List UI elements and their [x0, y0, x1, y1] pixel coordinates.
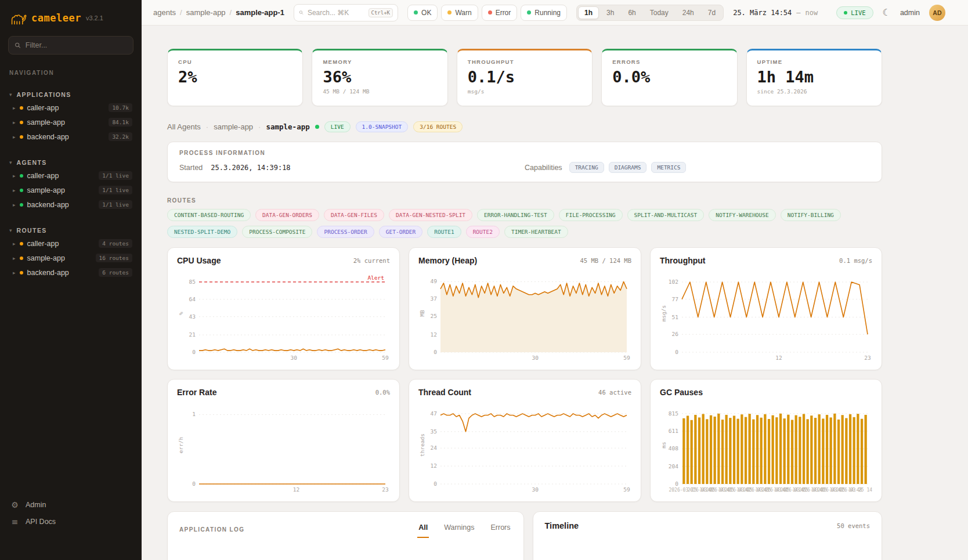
- svg-text:23: 23: [864, 355, 871, 361]
- agent-crumb-sample-app[interactable]: sample-app: [214, 122, 253, 131]
- search-input[interactable]: [308, 9, 364, 17]
- breadcrumb-sample-app[interactable]: sample-app: [186, 8, 226, 17]
- breadcrumb: agents / sample-app / sample-app-1: [153, 8, 284, 17]
- item-badge: 1/1 live: [99, 200, 132, 209]
- process-info-row: Started 25.3.2026, 14:39:18 Capabilities…: [179, 162, 870, 173]
- avatar[interactable]: AD: [929, 5, 945, 21]
- range-button-6h[interactable]: 6h: [622, 6, 642, 19]
- ok-dot: [414, 10, 418, 15]
- item-badge: 10.7k: [109, 103, 132, 112]
- filter-ok-button[interactable]: OK: [407, 5, 438, 21]
- footer-label: Admin: [26, 501, 46, 509]
- search-box[interactable]: Ctrl+K: [294, 4, 398, 21]
- error-dot: [488, 10, 492, 15]
- route-chip[interactable]: NOTIFY-WAREHOUSE: [709, 209, 776, 221]
- caret-right-icon: ▸: [13, 241, 16, 247]
- chart-card-cpu-usage: CPU Usage 2% current 021436485%3059Alert: [167, 247, 400, 370]
- filter-input[interactable]: [26, 41, 127, 49]
- route-chip[interactable]: CONTENT-BASED-ROUTING: [167, 209, 251, 221]
- datetime-value[interactable]: 25. März 14:54: [733, 9, 792, 17]
- chart-title: Error Rate: [177, 388, 216, 397]
- svg-text:12: 12: [431, 463, 437, 469]
- process-started: Started 25.3.2026, 14:39:18: [179, 164, 525, 172]
- caret-right-icon: ▸: [13, 134, 16, 140]
- caret-right-icon: ▸: [13, 270, 16, 276]
- sidebar-item-application-sample-app[interactable]: ▸ sample-app 84.1k: [0, 115, 142, 129]
- route-chip[interactable]: ROUTE2: [466, 226, 500, 238]
- svg-text:64: 64: [189, 296, 196, 302]
- sidebar-item-agent-caller-app[interactable]: ▸ caller-app 1/1 live: [0, 168, 142, 183]
- svg-text:0: 0: [675, 480, 678, 487]
- stat-value: 1h 14m: [757, 68, 871, 86]
- svg-text:30: 30: [290, 355, 297, 361]
- stat-value: 36%: [323, 68, 436, 86]
- route-chip[interactable]: DATA-GEN-FILES: [324, 209, 384, 221]
- sidebar-item-routes-sample-app[interactable]: ▸ sample-app 16 routes: [0, 251, 142, 265]
- throughput-chart: 0265177102msg/s1223: [660, 270, 872, 362]
- section-header-agents[interactable]: ▾ AGENTS: [0, 157, 142, 168]
- route-chip[interactable]: PROCESS-COMPOSITE: [242, 226, 312, 238]
- route-chip[interactable]: ERROR-HANDLING-TEST: [477, 209, 554, 221]
- filter-running-button[interactable]: Running: [521, 5, 567, 21]
- filter-label: OK: [421, 9, 431, 17]
- route-chip[interactable]: FILE-PROCESSING: [559, 209, 623, 221]
- app-root: cameleer v3.2.1 NAVIGATION ▾ APPLICATION…: [0, 0, 968, 560]
- filter-error-button[interactable]: Error: [482, 5, 518, 21]
- filter-label: Running: [534, 9, 561, 17]
- range-button-3h[interactable]: 3h: [600, 6, 620, 19]
- range-button-24h[interactable]: 24h: [676, 6, 700, 19]
- status-dot: [20, 189, 23, 192]
- tab-all[interactable]: All: [417, 521, 429, 538]
- route-chip[interactable]: SPLIT-AND-MULTICAST: [627, 209, 705, 221]
- filter-warn-button[interactable]: Warn: [441, 5, 478, 21]
- sidebar-item-application-backend-app[interactable]: ▸ backend-app 32.2k: [0, 129, 142, 144]
- tab-errors[interactable]: Errors: [489, 521, 511, 538]
- svg-text:24: 24: [431, 445, 438, 451]
- sidebar-item-api-docs[interactable]: ≡ API Docs: [10, 517, 131, 526]
- sidebar-filter: [8, 36, 133, 55]
- sidebar-item-routes-backend-app[interactable]: ▸ backend-app 6 routes: [0, 265, 142, 280]
- sidebar-item-admin[interactable]: ⚙ Admin: [10, 500, 131, 510]
- app-logo[interactable]: cameleer v3.2.1: [0, 8, 142, 34]
- process-info-card: PROCESS INFORMATION Started 25.3.2026, 1…: [167, 142, 882, 182]
- range-button-1h[interactable]: 1h: [578, 6, 599, 19]
- cameleer-logo-icon: [9, 10, 27, 26]
- breadcrumb-agents[interactable]: agents: [153, 8, 176, 17]
- route-chip[interactable]: DATA-GEN-ORDERS: [255, 209, 319, 221]
- svg-text:59: 59: [382, 355, 389, 361]
- svg-text:2026-03-25 14:49: 2026-03-25 14:49: [836, 487, 872, 493]
- svg-text:611: 611: [669, 428, 678, 434]
- sidebar-item-routes-caller-app[interactable]: ▸ caller-app 4 routes: [0, 236, 142, 251]
- route-chip[interactable]: GET-ORDER: [379, 226, 422, 238]
- live-indicator[interactable]: LIVE: [836, 6, 873, 19]
- crumb-dot-separator: ·: [206, 122, 208, 131]
- route-chip[interactable]: NESTED-SPLIT-DEMO: [167, 226, 237, 238]
- section-header-routes[interactable]: ▾ ROUTES: [0, 225, 142, 236]
- tab-warnings[interactable]: Warnings: [443, 521, 475, 538]
- sidebar-item-agent-sample-app[interactable]: ▸ sample-app 1/1 live: [0, 183, 142, 197]
- route-chip[interactable]: PROCESS-ORDER: [317, 226, 374, 238]
- sidebar-item-agent-backend-app[interactable]: ▸ backend-app 1/1 live: [0, 197, 142, 212]
- status-dot: [20, 203, 23, 207]
- svg-text:77: 77: [672, 296, 678, 302]
- svg-text:408: 408: [669, 445, 678, 451]
- range-button-today[interactable]: Today: [644, 6, 675, 19]
- route-chip[interactable]: NOTIFY-BILLING: [781, 209, 841, 221]
- svg-text:30: 30: [532, 486, 539, 493]
- section-header-applications[interactable]: ▾ APPLICATIONS: [0, 89, 142, 100]
- moon-icon[interactable]: ☾: [883, 7, 891, 18]
- range-button-7d[interactable]: 7d: [702, 6, 722, 19]
- svg-text:0: 0: [675, 349, 678, 355]
- stat-card-memory: MEMORY 36% 45 MB / 124 MB: [312, 49, 447, 106]
- agent-crumb-all-agents[interactable]: All Agents: [167, 122, 201, 131]
- route-chip[interactable]: ROUTE1: [427, 226, 461, 238]
- svg-text:26: 26: [672, 331, 679, 337]
- chart-current-value: 2% current: [353, 257, 390, 264]
- item-badge: 32.2k: [109, 132, 132, 141]
- sidebar-item-application-caller-app[interactable]: ▸ caller-app 10.7k: [0, 100, 142, 115]
- svg-text:25: 25: [431, 313, 437, 319]
- svg-text:err/h: err/h: [178, 437, 184, 454]
- route-chip[interactable]: TIMER-HEARTBEAT: [504, 226, 568, 238]
- route-chip[interactable]: DATA-GEN-NESTED-SPLIT: [389, 209, 472, 221]
- item-label: backend-app: [27, 201, 69, 209]
